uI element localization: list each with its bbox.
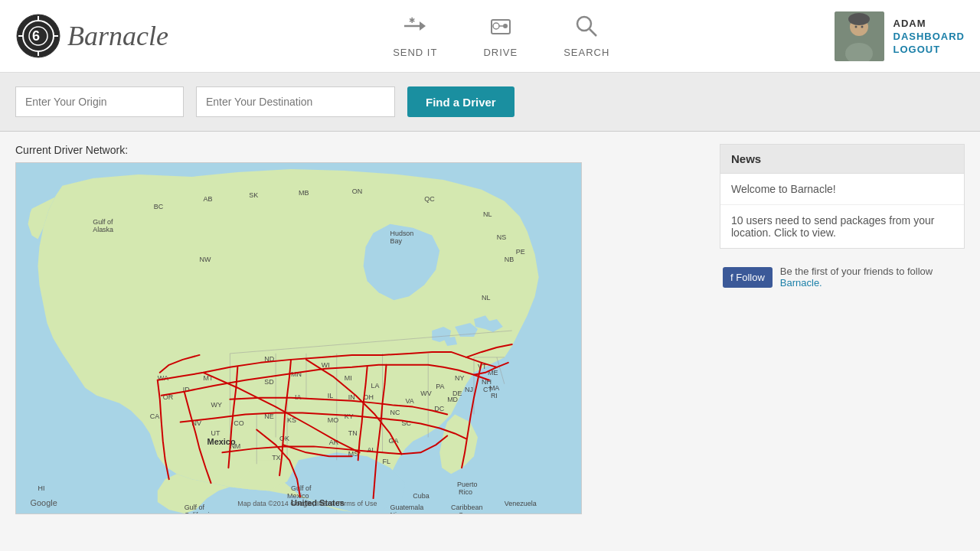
svg-text:Google: Google	[31, 498, 57, 507]
news-welcome-item: Welcome to Barnacle!	[720, 174, 964, 205]
map-svg: Gulf of Alaska BC AB SK MB ON QC NL NS P…	[16, 163, 581, 514]
svg-text:VA: VA	[405, 397, 413, 405]
svg-text:Mexico: Mexico	[287, 492, 309, 500]
dashboard-link[interactable]: DASHBOARD	[893, 31, 965, 42]
svg-text:NW: NW	[200, 256, 211, 263]
svg-text:TX: TX	[272, 454, 280, 461]
origin-input[interactable]	[15, 86, 184, 117]
fb-barnacle-link[interactable]: Barnacle.	[780, 277, 822, 289]
map-section: Current Driver Network:	[15, 144, 704, 538]
svg-text:TN: TN	[348, 429, 358, 437]
svg-text:Gulf of: Gulf of	[185, 504, 205, 511]
send-it-icon: ✱	[403, 14, 427, 44]
svg-text:MI: MI	[345, 374, 352, 382]
user-name: ADAM	[893, 18, 965, 29]
svg-point-19	[848, 13, 870, 25]
nav-send-it[interactable]: ✱ SEND IT	[393, 14, 437, 58]
main-content: Current Driver Network:	[0, 132, 980, 550]
nav-area: ✱ SEND IT DRIVE	[168, 14, 835, 58]
svg-text:HI: HI	[38, 484, 44, 492]
svg-point-13	[503, 24, 508, 28]
svg-text:Bay: Bay	[390, 237, 402, 245]
destination-input[interactable]	[196, 86, 395, 117]
find-driver-button[interactable]: Find a Driver	[407, 86, 514, 117]
logo-area: 6 Barnacle	[15, 13, 168, 59]
svg-text:NY: NY	[455, 374, 464, 382]
news-packages-item[interactable]: 10 users need to send packages from your…	[720, 205, 964, 248]
svg-text:QC: QC	[424, 195, 435, 203]
facebook-follow-button[interactable]: f Follow	[723, 267, 773, 288]
search-bar: Find a Driver	[0, 73, 980, 132]
svg-text:WI: WI	[322, 361, 330, 369]
fb-text: Be the first of your friends to follow	[780, 266, 933, 277]
svg-text:IA: IA	[295, 393, 301, 401]
svg-text:FL: FL	[383, 458, 390, 465]
svg-text:MD: MD	[447, 396, 458, 403]
user-info: ADAM DASHBOARD LOGOUT	[893, 18, 965, 55]
svg-text:California: California	[185, 511, 214, 514]
nav-search-label: SEARCH	[564, 47, 609, 58]
svg-text:Cuba: Cuba	[413, 492, 429, 500]
svg-text:PE: PE	[516, 248, 525, 256]
svg-text:Rico: Rico	[459, 488, 472, 496]
user-area: ADAM DASHBOARD LOGOUT	[835, 11, 965, 61]
svg-text:PA: PA	[436, 383, 444, 390]
nav-send-it-label: SEND IT	[393, 47, 437, 58]
svg-text:CO: CO	[234, 420, 243, 428]
facebook-follow-text: Be the first of your friends to follow B…	[780, 266, 962, 289]
svg-marker-9	[420, 21, 426, 31]
svg-text:Puerto: Puerto	[457, 481, 477, 488]
svg-text:Gulf of: Gulf of	[291, 484, 312, 492]
svg-text:6: 6	[32, 28, 40, 44]
svg-text:Hudson: Hudson	[390, 230, 413, 237]
svg-text:NS: NS	[497, 233, 506, 241]
svg-text:NC: NC	[390, 409, 400, 416]
svg-text:WV: WV	[420, 390, 431, 397]
svg-text:CT: CT	[483, 386, 492, 393]
svg-text:AL: AL	[368, 446, 376, 454]
logo-icon: 6	[15, 13, 61, 59]
nav-search[interactable]: SEARCH	[564, 14, 609, 58]
svg-point-15	[577, 17, 591, 31]
svg-text:AB: AB	[204, 195, 213, 203]
facebook-box: f Follow Be the first of your friends to…	[720, 258, 965, 296]
svg-text:BC: BC	[154, 203, 164, 210]
svg-text:Guatemala: Guatemala	[390, 504, 423, 511]
svg-text:CA: CA	[150, 412, 159, 420]
svg-text:NL: NL	[483, 210, 492, 218]
search-icon	[574, 14, 599, 44]
svg-text:NJ: NJ	[465, 386, 473, 393]
svg-text:OK: OK	[279, 435, 289, 442]
svg-text:MB: MB	[299, 189, 309, 197]
header: 6 Barnacle ✱ SEND IT	[0, 0, 980, 73]
logo-text: Barnacle	[67, 20, 168, 52]
avatar	[835, 11, 884, 61]
nav-drive-label: DRIVE	[483, 47, 518, 58]
sidebar: News Welcome to Barnacle! 10 users need …	[720, 144, 965, 538]
drive-icon	[488, 14, 513, 44]
news-header: News	[720, 145, 964, 174]
svg-text:Sea: Sea	[459, 511, 471, 514]
svg-text:NB: NB	[505, 256, 514, 263]
svg-text:MO: MO	[328, 416, 338, 424]
news-box: News Welcome to Barnacle! 10 users need …	[720, 144, 965, 249]
svg-text:Nicaragua: Nicaragua	[390, 511, 421, 514]
map-label: Current Driver Network:	[15, 144, 704, 156]
svg-text:Gulf of: Gulf of	[93, 218, 113, 226]
logout-link[interactable]: LOGOUT	[893, 44, 965, 55]
svg-text:SD: SD	[264, 378, 274, 386]
map-container: Gulf of Alaska BC AB SK MB ON QC NL NS P…	[15, 162, 582, 514]
svg-point-21	[854, 25, 857, 28]
svg-text:✱: ✱	[409, 16, 416, 24]
svg-text:Alaska: Alaska	[93, 226, 113, 233]
svg-text:Caribbean: Caribbean	[451, 504, 482, 511]
svg-text:NL: NL	[482, 294, 490, 302]
svg-text:Map data ©2014 Google, INEGI  : Map data ©2014 Google, INEGI Terms of Us…	[237, 500, 377, 507]
svg-text:IL: IL	[328, 392, 333, 399]
svg-text:UT: UT	[211, 429, 220, 437]
svg-text:WY: WY	[211, 401, 222, 409]
svg-text:ON: ON	[352, 187, 362, 195]
svg-point-12	[493, 23, 499, 29]
svg-point-22	[861, 25, 863, 28]
nav-drive[interactable]: DRIVE	[483, 14, 518, 58]
